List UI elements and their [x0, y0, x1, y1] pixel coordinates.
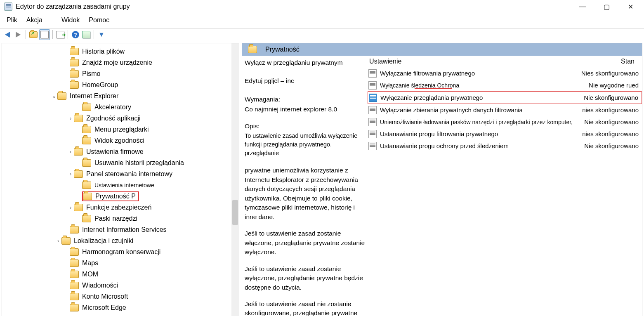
setting-icon — [368, 130, 377, 138]
tree-item[interactable]: Microsoft Edge — [2, 302, 239, 313]
folder-icon — [57, 92, 66, 100]
setting-state: Nie skonfigurowano — [572, 94, 642, 101]
export-button[interactable]: ➔ — [55, 30, 65, 40]
setting-row[interactable]: Wyłączanie przeglądania prywatnegoNie sk… — [368, 91, 642, 104]
tree-item-label: Microsoft Edge — [82, 304, 126, 311]
setting-state: nies skonfigurowano — [573, 130, 642, 137]
forward-button[interactable] — [13, 30, 23, 40]
menu-action[interactable]: Akcja — [23, 15, 48, 26]
tree-item-label: Maps — [82, 259, 98, 267]
chevron-icon[interactable]: › — [67, 171, 74, 177]
setting-icon — [368, 106, 377, 114]
tree-item[interactable]: HomeGroup — [2, 79, 239, 90]
folder-icon — [82, 182, 91, 189]
chevron-icon[interactable]: › — [67, 205, 74, 210]
sheet-icon — [40, 31, 49, 38]
folder-icon — [61, 237, 71, 245]
opis-5: Jeśli to ustawienie zasad nie zostanie s… — [245, 299, 366, 316]
close-button[interactable]: ✕ — [624, 3, 637, 11]
back-button[interactable] — [2, 30, 12, 40]
setting-row[interactable]: Ustanawianie progu ochrony przed śledzen… — [368, 140, 642, 152]
setting-icon — [368, 118, 377, 126]
tree-item[interactable]: Znajdź moje urządzenie — [2, 57, 239, 68]
chevron-icon[interactable]: › — [67, 149, 74, 155]
tree-item[interactable]: ›Panel sterowania internetowy — [2, 168, 239, 179]
col-setting[interactable]: Ustawienie — [368, 58, 573, 65]
tree-scrollbar[interactable] — [231, 43, 239, 316]
tree-item[interactable]: Konto Microsoft — [2, 291, 239, 302]
settings-list: Ustawienie Stan Wyłączanie filtrowania p… — [368, 56, 642, 316]
tree-item[interactable]: MOM — [2, 269, 239, 280]
folder-icon — [70, 293, 79, 300]
folder-icon — [70, 304, 79, 311]
details-header: Prywatność — [242, 43, 642, 56]
folder-icon — [83, 193, 92, 200]
tree-item-label: Historia plików — [82, 48, 125, 55]
opis-1: To ustawienie zasad umożliwia wyłączenie… — [245, 132, 366, 158]
menu-file[interactable]: Plik — [3, 15, 23, 26]
tree-item-label: HomeGroup — [82, 81, 118, 89]
tree-item[interactable]: Widok zgodności — [2, 135, 239, 146]
folder-icon — [74, 148, 83, 156]
tree-item-label: Pismo — [82, 70, 100, 78]
desc-title: Wyłącz w przeglądaniu prywatnym — [245, 58, 366, 67]
tree-item-label: Usuwanie historii przeglądania — [94, 159, 184, 167]
filter-icon: ▼ — [98, 31, 105, 38]
tree-item-label: Ustawienia firmowe — [86, 148, 144, 156]
tree-item[interactable]: Akceleratory — [2, 101, 239, 113]
tree-item[interactable]: Menu przeglądarki — [2, 124, 239, 135]
tree-item[interactable]: Harmonogram konserwacji — [2, 246, 239, 257]
tree-item[interactable]: Wiadomości — [2, 280, 239, 291]
maximize-button[interactable]: ▢ — [600, 3, 613, 11]
filter-button[interactable]: ▼ — [97, 30, 106, 40]
folder-icon — [82, 126, 91, 133]
setting-row[interactable]: Ustanawianie progu filtrowania prywatneg… — [368, 128, 642, 140]
tree-item[interactable]: ›Funkcje zabezpieczeń — [2, 202, 239, 213]
chevron-icon[interactable]: ⌄ — [51, 93, 57, 99]
options-icon — [82, 31, 90, 38]
tree-item[interactable]: ›Zgodność aplikacji — [2, 113, 239, 124]
tree-item[interactable]: ›Lokalizacja i czujniki — [2, 235, 239, 246]
arrow-left-icon — [5, 32, 10, 38]
tree-item[interactable]: Ustawienia internetowe — [2, 179, 239, 191]
tree-item[interactable]: Pismo — [2, 68, 239, 79]
tree-item[interactable]: Prywatność P — [2, 191, 239, 202]
folder-icon — [70, 59, 79, 66]
setting-row[interactable]: Wyłączanie zbierania prywatnych danych f… — [368, 104, 642, 116]
chevron-icon[interactable]: › — [55, 238, 61, 244]
tree-item[interactable]: ›Ustawienia firmowe — [2, 146, 239, 157]
chevron-icon[interactable]: › — [67, 116, 74, 121]
setting-state: Nie wygodne rued — [573, 82, 642, 89]
selected-tree-item[interactable]: Prywatność P — [82, 191, 139, 201]
req-head: Wymagania: — [245, 95, 366, 104]
help-button[interactable]: ? — [71, 30, 80, 40]
tree-item[interactable]: Maps — [2, 257, 239, 269]
tree-item[interactable]: Paski narzędzi — [2, 213, 239, 224]
tree-item-label: Harmonogram konserwacji — [82, 248, 160, 256]
options-button[interactable] — [81, 30, 91, 40]
setting-row[interactable]: Wyłączanie filtrowania prywatnegoNies sk… — [368, 67, 642, 79]
tree-item[interactable]: Historia plików — [2, 46, 239, 57]
tree-item[interactable]: ⌄Internet Explorer — [2, 90, 239, 101]
col-state[interactable]: Stan — [573, 58, 638, 65]
up-button[interactable]: ↗ — [28, 30, 38, 40]
tree-item-label: Menu przeglądarki — [94, 126, 149, 133]
minimize-button[interactable]: — — [576, 3, 589, 11]
folder-up-icon: ↗ — [29, 31, 38, 38]
setting-state: Nie skonfigurowano — [573, 118, 642, 125]
setting-icon — [369, 94, 377, 102]
tree-pane[interactable]: Historia plikówZnajdź moje urządzeniePis… — [2, 43, 239, 316]
setting-row[interactable]: Wyłączanie śledzenia OchronaNie wygodne … — [368, 79, 642, 91]
tree-item[interactable]: Internet Information Services — [2, 224, 239, 235]
opis-2: prywatne uniemożliwia korzystanie z Inte… — [245, 166, 366, 222]
menu-view[interactable]: Widok — [58, 15, 85, 26]
scrollbar-thumb[interactable] — [232, 200, 238, 225]
edit-link[interactable]: Edytuj pgljcl – inc — [245, 76, 366, 85]
properties-button[interactable] — [39, 29, 50, 40]
tree-item[interactable]: Usuwanie historii przeglądania — [2, 157, 239, 168]
setting-icon — [368, 69, 377, 78]
folder-icon — [82, 137, 91, 144]
menu-help[interactable]: Pomoc — [85, 15, 115, 26]
setting-row[interactable]: Uniemożliwianie ładowania pasków narzędz… — [368, 116, 642, 128]
tree-item-label: Internet Explorer — [70, 92, 118, 100]
